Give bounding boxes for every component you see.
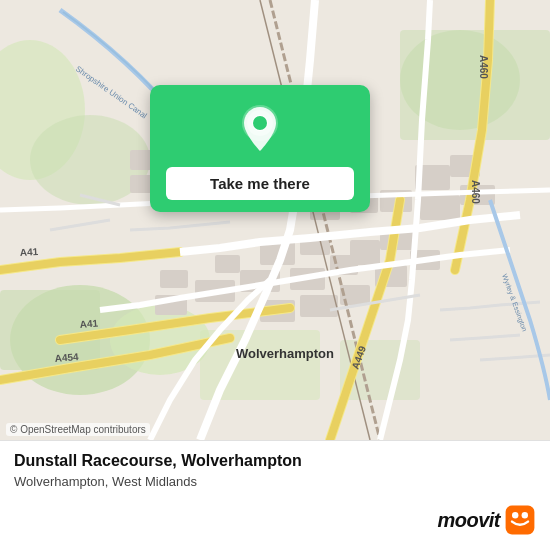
svg-rect-24 [160, 270, 188, 288]
svg-point-59 [253, 116, 267, 130]
svg-rect-20 [300, 295, 338, 317]
svg-text:Wolverhampton: Wolverhampton [236, 346, 334, 361]
location-city: Wolverhampton, West Midlands [14, 474, 536, 489]
svg-rect-28 [420, 195, 460, 220]
moovit-brand-icon [504, 504, 536, 536]
moovit-logo: moovit [437, 504, 536, 536]
svg-rect-60 [506, 506, 535, 535]
svg-text:A460: A460 [478, 55, 489, 79]
svg-point-62 [522, 512, 528, 518]
svg-text:A454: A454 [54, 351, 79, 364]
location-card[interactable]: Take me there [150, 85, 370, 212]
svg-text:A41: A41 [20, 246, 39, 258]
svg-rect-15 [215, 255, 240, 273]
svg-rect-16 [350, 240, 380, 265]
map-copyright: © OpenStreetMap contributors [6, 423, 150, 436]
copyright-label: © OpenStreetMap contributors [10, 424, 146, 435]
take-me-there-button[interactable]: Take me there [166, 167, 354, 200]
moovit-wordmark: moovit [437, 509, 500, 532]
svg-text:A460: A460 [470, 180, 481, 204]
location-pin-icon [234, 103, 286, 155]
info-bar: Dunstall Racecourse, Wolverhampton Wolve… [0, 440, 550, 550]
location-name: Dunstall Racecourse, Wolverhampton [14, 451, 536, 472]
map-area: A41 A41 A454 A460 A460 A449 Shropshire U… [0, 0, 550, 440]
svg-rect-2 [0, 290, 100, 370]
svg-point-61 [512, 512, 518, 518]
svg-text:A41: A41 [79, 317, 99, 330]
